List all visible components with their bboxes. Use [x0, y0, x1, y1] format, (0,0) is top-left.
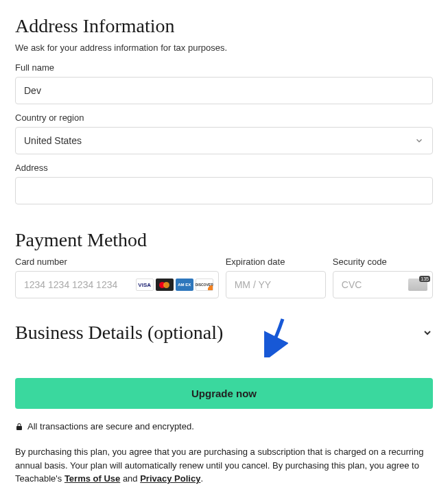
address-input[interactable]	[15, 177, 433, 204]
lock-icon	[15, 423, 23, 431]
full-name-label: Full name	[15, 62, 433, 73]
card-brand-icons: VISA AM EX DISCOVER	[136, 279, 213, 291]
upgrade-now-button[interactable]: Upgrade now	[15, 378, 433, 409]
payment-section-title: Payment Method	[15, 229, 433, 251]
legal-suffix: .	[200, 473, 203, 484]
address-label: Address	[15, 163, 433, 173]
privacy-policy-link[interactable]: Privacy Policy	[140, 473, 200, 484]
country-selected-value: United States	[24, 135, 82, 146]
legal-text: By purchasing this plan, you agree that …	[15, 445, 433, 485]
arrow-annotation-icon	[261, 316, 288, 357]
secure-text: All transactions are secure and encrypte…	[27, 421, 194, 431]
card-number-label: Card number	[15, 257, 219, 267]
address-section-title: Address Information	[15, 15, 433, 37]
visa-icon: VISA	[136, 279, 154, 291]
terms-of-use-link[interactable]: Terms of Use	[64, 473, 120, 484]
expiration-label: Expiration date	[226, 257, 326, 267]
chevron-down-icon	[414, 136, 424, 145]
legal-and: and	[120, 473, 140, 484]
business-details-title: Business Details (optional)	[15, 322, 223, 344]
business-details-toggle[interactable]: Business Details (optional)	[15, 322, 433, 344]
expiration-input[interactable]	[226, 271, 326, 298]
secure-transactions-note: All transactions are secure and encrypte…	[15, 421, 433, 431]
chevron-down-icon	[422, 327, 433, 338]
address-section-subtitle: We ask for your address information for …	[15, 43, 433, 53]
amex-icon: AM EX	[176, 279, 193, 291]
mastercard-icon	[156, 279, 174, 291]
cvc-label: Security code	[333, 257, 433, 267]
cvc-card-icon	[408, 279, 427, 291]
country-select[interactable]: United States	[15, 127, 433, 154]
country-label: Country or region	[15, 113, 433, 123]
full-name-input[interactable]	[15, 77, 433, 104]
discover-icon: DISCOVER	[196, 279, 213, 291]
